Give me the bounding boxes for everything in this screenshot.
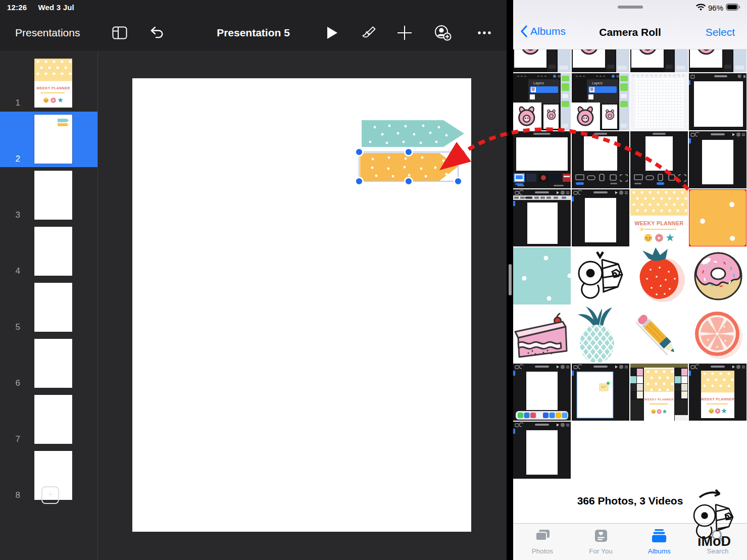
slide-thumbnail-5[interactable]: 5 [0,280,97,335]
slide-number: 1 [8,98,20,108]
tab-label: Albums [648,547,671,555]
slide-number: 4 [8,266,20,276]
photo-cake-sticker[interactable] [513,306,571,363]
slide-thumb-image[interactable] [34,395,72,444]
albums-icon [651,528,667,545]
tab-foryou[interactable]: For You [572,524,630,560]
photo-pig-drawing-screenshot[interactable] [572,49,629,72]
photo-procreate-pig-screenshot[interactable]: Layers [572,73,629,130]
slide-number: 7 [8,434,20,444]
photos-header: 96% Albums Camera Roll Select [513,0,747,49]
photo-keynote-tabs-screenshot[interactable] [513,189,571,246]
slide-number: 5 [8,322,20,332]
photo-keynote-blank-screenshot[interactable] [513,422,571,479]
slide-thumbnail-7[interactable]: 7 [0,392,97,447]
slide-canvas-area [98,50,507,560]
photo-count-label: 366 Photos, 3 Videos [513,495,747,507]
status-time: 12:26 [7,3,27,12]
slide-thumb-image[interactable] [34,339,72,388]
keynote-app: 12:26Wed 3 Jul Presentations Presentatio… [0,0,507,560]
ipad-splitview: 12:26Wed 3 Jul Presentations Presentatio… [0,0,747,560]
tab-photos[interactable]: Photos [513,524,572,560]
photo-donut-sticker[interactable] [689,247,746,304]
photos-tab-bar: PhotosFor YouAlbumsSearch [513,523,747,560]
photo-procreate-pig-screenshot[interactable]: Layers [513,73,571,130]
photo-orange-polka-sticker[interactable] [689,189,746,246]
slide-thumbnail-2[interactable]: 2 [0,112,97,167]
collaborate-icon[interactable] [432,22,454,44]
photo-slide-size-screenshot[interactable] [630,131,688,188]
photo-grid-paper-screenshot[interactable] [630,73,688,130]
view-options-icon[interactable] [109,22,131,44]
slide-thumbnail-4[interactable]: 4 [0,224,97,279]
select-button[interactable]: Select [706,26,735,38]
slide-number: 8 [8,490,20,500]
photos-app: LayersLayersWEEKY PLANNER♥WEEKY PLANNER♥… [513,0,747,560]
photo-keynote-blank-screenshot[interactable] [572,189,629,246]
slide-thumb-image[interactable]: WEEKY PLANNER♥ [34,59,72,108]
svg-text:Layers: Layers [533,81,544,85]
photo-keynote-blank-screenshot[interactable] [689,73,746,130]
tab-label: For You [589,547,613,555]
splitview-divider-handle[interactable] [509,264,512,295]
photo-weeky-planner-sticker[interactable]: WEEKY PLANNER♥ [630,189,688,246]
slide-thumb-image[interactable] [34,227,72,276]
undo-icon[interactable] [146,22,168,44]
svg-text:♥: ♥ [53,98,55,102]
slide-thumbnail-1[interactable]: 1WEEKY PLANNER♥ [0,56,97,111]
svg-text:WEEKY PLANNER: WEEKY PLANNER [701,397,735,401]
more-icon[interactable] [473,22,495,44]
photo-slide-size-screenshot[interactable] [572,131,629,188]
photo-grapefruit-sticker[interactable] [689,306,746,363]
slide-thumb-image[interactable] [34,115,72,164]
status-bar-right: 96% [696,4,740,12]
photo-splitview-screenshot[interactable]: WEEKY PLANNER♥ [630,364,688,421]
photo-teal-polka-sticker[interactable] [513,247,571,304]
svg-text:WEEKY PLANNER: WEEKY PLANNER [644,398,674,401]
tab-albums[interactable]: Albums [630,524,689,560]
photo-keynote-planner-screenshot[interactable]: WEEKY PLANNER♥ [689,364,746,421]
slide-thumb-image[interactable] [34,283,72,332]
photo-grid: LayersLayersWEEKY PLANNER♥WEEKY PLANNER♥… [513,0,747,560]
search-icon [710,528,725,545]
presentations-back-button[interactable]: Presentations [15,27,80,39]
slide-number: 2 [8,154,20,164]
photos-icon [534,528,551,545]
slide-thumbnail-6[interactable]: 6 [0,336,97,391]
photo-pencil-sticker[interactable] [630,306,688,363]
photo-pig-drawing-screenshot[interactable] [689,49,746,72]
battery-icon [726,4,740,12]
keynote-toolbar: 12:26Wed 3 Jul Presentations Presentatio… [0,0,507,50]
photo-pig-drawing-screenshot[interactable] [513,49,571,72]
slide-number: 3 [8,210,20,220]
photo-keynote-dock-screenshot[interactable] [513,364,571,421]
photo-strawberry-sticker[interactable] [630,247,688,304]
window-drag-handle[interactable] [618,6,643,9]
battery-percent: 96% [708,4,723,12]
svg-text:♥: ♥ [658,235,661,241]
add-slide-button[interactable]: + [41,486,59,504]
tab-search[interactable]: Search [688,524,747,560]
wifi-icon [696,4,706,12]
photo-keynote-note-screenshot[interactable] [572,364,629,421]
svg-text:WEEKY PLANNER: WEEKY PLANNER [634,220,683,226]
status-date: Wed 3 Jul [38,3,74,12]
photo-bird-doodle-sticker[interactable] [572,247,629,304]
slide-thumb-image[interactable] [34,171,72,220]
photo-pineapple-sticker[interactable] [572,306,629,363]
status-bar-left: 12:26Wed 3 Jul [7,3,74,12]
tab-label: Search [707,547,729,555]
photo-keynote-blank-screenshot[interactable] [689,131,746,188]
splitview-divider [507,0,513,560]
photo-choose-theme-screenshot[interactable] [513,131,571,188]
play-icon[interactable] [321,22,343,44]
foryou-icon [593,528,609,545]
add-icon[interactable] [393,22,416,44]
slide-2-canvas[interactable] [132,78,471,532]
photo-pig-drawing-screenshot[interactable] [630,49,688,72]
slide-thumbnail-3[interactable]: 3 [0,168,97,223]
slide-number: 6 [8,378,20,388]
slide-navigator: 1WEEKY PLANNER♥2345678 [0,50,98,560]
format-brush-icon[interactable] [357,22,379,44]
svg-text:♥: ♥ [717,409,719,413]
